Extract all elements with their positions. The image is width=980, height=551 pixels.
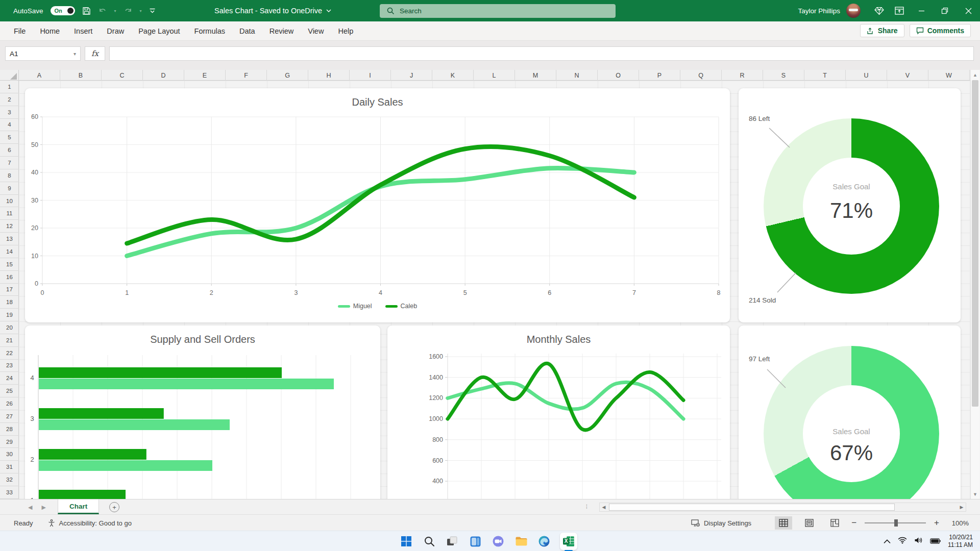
row-header-12[interactable]: 12 [0,220,19,233]
column-header-T[interactable]: T [804,70,846,81]
row-header-33[interactable]: 33 [0,486,19,499]
vertical-scroll-thumb[interactable] [972,80,978,407]
wifi-icon[interactable] [898,537,907,546]
row-header-3[interactable]: 3 [0,106,19,119]
close-button[interactable] [957,0,980,21]
battery-icon[interactable] [930,537,941,546]
sheet-tab-chart[interactable]: Chart [58,499,99,514]
column-header-O[interactable]: O [598,70,639,81]
column-header-K[interactable]: K [432,70,474,81]
row-header-28[interactable]: 28 [0,423,19,436]
scroll-right-icon[interactable]: ▶ [958,503,966,511]
row-header-8[interactable]: 8 [0,169,19,182]
accessibility-status[interactable]: Accessibility: Good to go [47,519,132,527]
row-header-9[interactable]: 9 [0,182,19,195]
column-header-D[interactable]: D [143,70,184,81]
zoom-in-button[interactable]: + [934,518,939,528]
column-header-N[interactable]: N [556,70,598,81]
taskbar-search-icon[interactable] [422,534,436,548]
comments-button[interactable]: Comments [910,24,971,37]
column-header-R[interactable]: R [722,70,763,81]
menu-tab-draw[interactable]: Draw [100,23,131,39]
page-break-preview-button[interactable] [826,516,843,530]
user-avatar[interactable] [846,4,861,18]
save-icon[interactable] [82,7,91,15]
formula-input[interactable] [109,46,974,61]
edge-icon[interactable] [537,534,551,548]
row-header-15[interactable]: 15 [0,258,19,271]
row-header-1[interactable]: 1 [0,81,19,93]
column-header-W[interactable]: W [928,70,970,81]
row-header-4[interactable]: 4 [0,119,19,132]
column-header-Q[interactable]: Q [680,70,722,81]
row-header-32[interactable]: 32 [0,473,19,486]
menu-tab-file[interactable]: File [7,23,32,39]
share-button[interactable]: Share [860,24,904,37]
row-header-7[interactable]: 7 [0,157,19,169]
row-header-29[interactable]: 29 [0,436,19,448]
row-header-14[interactable]: 14 [0,245,19,258]
column-header-V[interactable]: V [887,70,928,81]
zoom-slider-thumb[interactable] [894,519,898,527]
row-header-18[interactable]: 18 [0,296,19,309]
new-sheet-button[interactable]: + [109,502,119,512]
zoom-out-button[interactable]: − [851,518,856,528]
tray-clock[interactable]: 10/20/21 11:11 AM [948,534,973,549]
row-header-30[interactable]: 30 [0,448,19,461]
row-header-19[interactable]: 19 [0,309,19,321]
horizontal-scroll-thumb[interactable] [609,504,895,511]
horizontal-scrollbar[interactable]: ◀ ▶ [599,503,966,512]
scrollbar-resize-handle[interactable]: ⦙ [586,504,587,510]
prev-sheet-icon[interactable]: ◀ [28,504,32,511]
row-header-11[interactable]: 11 [0,207,19,220]
row-header-20[interactable]: 20 [0,321,19,334]
supply-sell-orders-chart[interactable]: Supply and Sell Orders 4321 [25,325,380,499]
insert-function-button[interactable]: fx [85,46,105,61]
row-header-2[interactable]: 2 [0,93,19,106]
premium-diamond-icon[interactable] [869,0,889,21]
name-box[interactable]: A1 ▾ [5,46,81,61]
row-header-27[interactable]: 27 [0,410,19,423]
sales-goal-donut-top[interactable]: Sales Goal71%86 Left214 Sold [739,88,961,322]
column-header-A[interactable]: A [19,70,60,81]
zoom-slider[interactable] [865,522,926,523]
page-layout-view-button[interactable] [800,516,818,530]
daily-sales-chart[interactable]: Daily Sales 0102030405060012345678 Migue… [25,88,730,322]
menu-tab-help[interactable]: Help [331,23,360,39]
row-header-24[interactable]: 24 [0,372,19,385]
file-explorer-icon[interactable] [514,534,528,548]
row-header-17[interactable]: 17 [0,284,19,296]
scroll-left-icon[interactable]: ◀ [600,503,608,511]
excel-icon[interactable]: X [560,533,577,550]
row-header-13[interactable]: 13 [0,233,19,245]
row-header-6[interactable]: 6 [0,144,19,157]
start-icon[interactable] [399,534,413,548]
monthly-sales-chart[interactable]: Monthly Sales 4006008001000120014001600 [387,325,730,499]
row-header-26[interactable]: 26 [0,397,19,410]
tray-chevron-icon[interactable] [884,537,891,546]
menu-tab-page-layout[interactable]: Page Layout [132,23,186,39]
customize-toolbar-icon[interactable] [149,8,156,14]
row-header-23[interactable]: 23 [0,360,19,372]
menu-tab-formulas[interactable]: Formulas [188,23,232,39]
row-header-21[interactable]: 21 [0,334,19,347]
menu-tab-insert[interactable]: Insert [67,23,99,39]
column-header-I[interactable]: I [350,70,391,81]
column-header-P[interactable]: P [639,70,680,81]
volume-icon[interactable] [914,537,923,546]
row-header-10[interactable]: 10 [0,195,19,208]
scroll-up-icon[interactable]: ▲ [971,70,979,79]
scroll-down-icon[interactable]: ▼ [971,490,979,498]
ribbon-display-options-icon[interactable] [889,0,910,21]
column-header-J[interactable]: J [391,70,432,81]
next-sheet-icon[interactable]: ▶ [41,504,45,511]
column-header-G[interactable]: G [267,70,308,81]
widgets-icon[interactable] [468,534,482,548]
menu-tab-review[interactable]: Review [263,23,301,39]
task-view-icon[interactable] [445,534,459,548]
row-header-25[interactable]: 25 [0,385,19,397]
display-settings-button[interactable]: Display Settings [691,519,751,527]
column-header-E[interactable]: E [184,70,226,81]
namebox-dropdown-icon[interactable]: ▾ [74,51,76,57]
column-header-B[interactable]: B [60,70,102,81]
